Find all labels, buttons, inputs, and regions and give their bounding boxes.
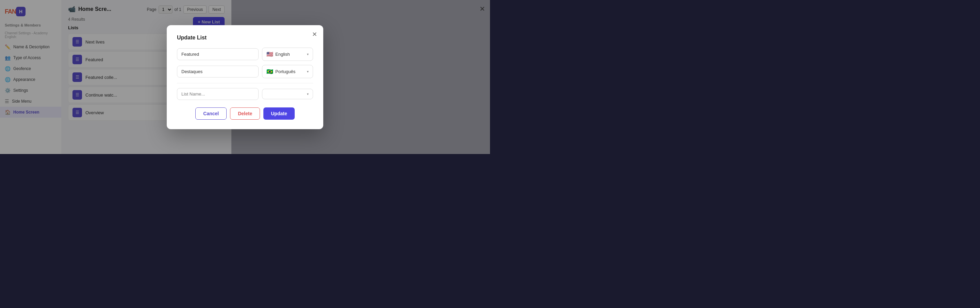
modal-title: Update List xyxy=(177,35,313,41)
lang-name-1: English xyxy=(275,52,305,57)
update-button[interactable]: Update xyxy=(263,108,294,120)
cancel-button[interactable]: Cancel xyxy=(195,108,227,120)
lang-name-2: Português xyxy=(275,69,305,74)
translation-row-2: 🇧🇷 Português ▾ xyxy=(177,65,313,78)
language-select-1[interactable]: 🇺🇸 English ▾ xyxy=(262,48,313,61)
update-list-modal: Update List ✕ 🇺🇸 English ▾ 🇧🇷 Português … xyxy=(167,25,323,129)
modal-overlay: Update List ✕ 🇺🇸 English ▾ 🇧🇷 Português … xyxy=(0,0,490,154)
delete-button[interactable]: Delete xyxy=(230,108,260,120)
flag-icon-1: 🇺🇸 xyxy=(266,51,273,57)
modal-close-button[interactable]: ✕ xyxy=(312,30,317,38)
language-select-3[interactable]: ▾ xyxy=(262,89,313,99)
translation-row-1: 🇺🇸 English ▾ xyxy=(177,48,313,61)
modal-divider xyxy=(177,83,313,83)
language-select-2[interactable]: 🇧🇷 Português ▾ xyxy=(262,65,313,78)
translation-row-3: ▾ xyxy=(177,88,313,100)
chevron-down-icon: ▾ xyxy=(307,52,309,56)
flag-icon-2: 🇧🇷 xyxy=(266,68,273,75)
translation-name-input-2[interactable] xyxy=(177,66,259,78)
modal-footer: Cancel Delete Update xyxy=(177,108,313,120)
translation-name-input-1[interactable] xyxy=(177,48,259,60)
translation-name-input-3[interactable] xyxy=(177,88,259,100)
chevron-down-icon: ▾ xyxy=(307,92,309,96)
chevron-down-icon: ▾ xyxy=(307,70,309,73)
